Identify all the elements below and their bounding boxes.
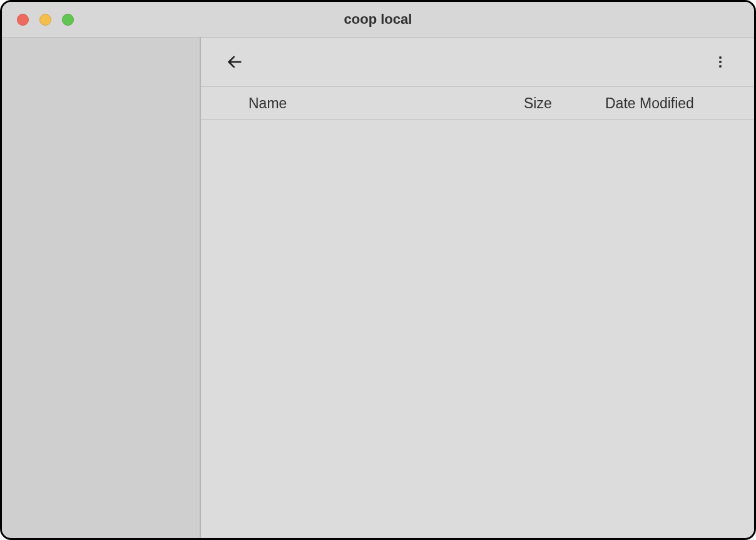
close-button[interactable] (17, 14, 29, 26)
toolbar (201, 38, 754, 86)
column-header-size[interactable]: Size (524, 95, 605, 112)
back-button[interactable] (222, 49, 247, 74)
window-body: Name Size Date Modified (2, 38, 754, 538)
column-header-row: Name Size Date Modified (201, 86, 754, 120)
titlebar: coop local (2, 2, 754, 38)
svg-point-1 (719, 56, 722, 59)
more-vertical-icon (713, 54, 728, 69)
column-header-date[interactable]: Date Modified (605, 95, 745, 112)
svg-point-2 (719, 61, 722, 63)
app-window: coop local Name Size Date Modified (0, 0, 756, 540)
file-list[interactable] (201, 120, 754, 538)
window-controls (17, 14, 74, 26)
svg-point-3 (719, 65, 722, 68)
main-panel: Name Size Date Modified (201, 38, 754, 538)
sidebar (2, 38, 201, 538)
minimize-button[interactable] (39, 14, 51, 26)
arrow-left-icon (226, 53, 243, 71)
zoom-button[interactable] (62, 14, 74, 26)
window-title: coop local (344, 11, 412, 28)
column-header-name[interactable]: Name (248, 95, 524, 112)
more-menu-button[interactable] (708, 49, 733, 74)
